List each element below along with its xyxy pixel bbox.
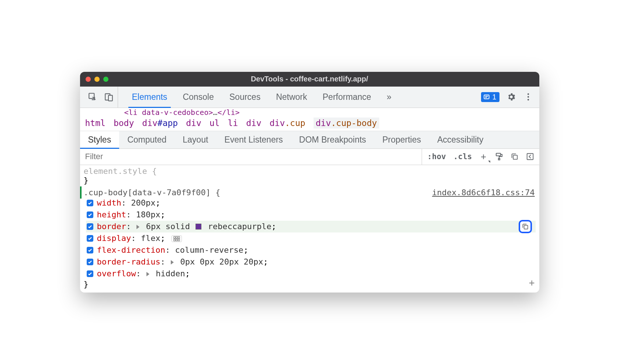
maximize-window-icon[interactable] <box>103 77 108 82</box>
crumb-div-app[interactable]: div#app <box>142 118 178 128</box>
device-toolbar-icon[interactable] <box>104 92 114 102</box>
crumb-ul[interactable]: ul <box>210 118 220 128</box>
tab-elements[interactable]: Elements <box>125 87 175 108</box>
toggle-hov[interactable]: :hov <box>426 152 447 161</box>
svg-rect-15 <box>174 239 175 241</box>
tab-sources[interactable]: Sources <box>222 87 268 108</box>
svg-rect-3 <box>484 95 490 99</box>
styles-filter-tools: :hov .cls + <box>422 149 539 165</box>
decl-border-radius[interactable]: border-radius: 0px 0px 20px 20px; <box>86 256 536 268</box>
toolbar-right: 1 <box>481 92 535 102</box>
titlebar: DevTools - coffee-cart.netlify.app/ <box>80 72 539 87</box>
svg-rect-10 <box>527 154 533 160</box>
tab-performance[interactable]: Performance <box>315 87 379 108</box>
subtab-dom-breakpoints[interactable]: DOM Breakpoints <box>291 131 374 148</box>
main-tabs: Elements Console Sources Network Perform… <box>118 87 481 108</box>
toolbar-left-icons <box>84 87 118 108</box>
dom-source-peek: <li data-v-cedobceo>…</li> <box>80 108 539 115</box>
styles-filter-input[interactable] <box>80 149 422 165</box>
selector-element-style: element.style { <box>84 167 536 176</box>
crumb-div-cup[interactable]: div.cup <box>270 118 305 128</box>
expand-triangle-icon[interactable] <box>171 260 174 265</box>
rule-element-style[interactable]: element.style { } <box>80 165 539 186</box>
decl-flex-direction[interactable]: flex-direction: column-reverse; <box>86 244 536 256</box>
svg-rect-2 <box>108 95 112 101</box>
copy-styles-icon[interactable] <box>509 151 520 162</box>
svg-rect-17 <box>178 239 180 241</box>
svg-rect-11 <box>524 225 528 229</box>
svg-point-5 <box>527 96 529 98</box>
settings-icon[interactable] <box>506 92 516 102</box>
copy-declaration-icon[interactable] <box>519 220 532 233</box>
crumb-html[interactable]: html <box>85 118 106 128</box>
rule-cup-body[interactable]: .cup-body[data-v-7a0f9f00] { index.8d6c6… <box>80 186 539 290</box>
subtab-computed[interactable]: Computed <box>119 131 174 148</box>
rule-close: } <box>84 280 536 289</box>
add-declaration-icon[interactable]: + <box>529 277 535 288</box>
tabs-overflow[interactable]: » <box>379 87 399 108</box>
breadcrumb: html body div#app div ul li div div.cup … <box>80 115 539 131</box>
crumb-div-cup-body[interactable]: div.cup-body <box>314 118 379 129</box>
crumb-div[interactable]: div <box>186 118 201 128</box>
subtab-styles[interactable]: Styles <box>80 131 120 148</box>
svg-rect-12 <box>174 237 175 238</box>
tab-network[interactable]: Network <box>269 87 314 108</box>
svg-rect-7 <box>496 153 501 156</box>
decl-width[interactable]: width: 200px; <box>86 197 536 209</box>
crumb-li[interactable]: li <box>228 118 238 128</box>
window-title: DevTools - coffee-cart.netlify.app/ <box>80 75 539 83</box>
toggle-rendering-icon[interactable] <box>525 151 536 162</box>
svg-rect-16 <box>176 239 177 241</box>
window-controls <box>80 77 108 82</box>
svg-point-6 <box>527 99 529 100</box>
crumb-div-2[interactable]: div <box>246 118 262 128</box>
flex-editor-icon[interactable] <box>172 235 182 242</box>
decl-height[interactable]: height: 180px; <box>86 209 536 221</box>
main-toolbar: Elements Console Sources Network Perform… <box>80 87 539 108</box>
styles-filterbar: :hov .cls + <box>80 149 539 165</box>
issues-count: 1 <box>492 93 496 101</box>
svg-rect-8 <box>498 158 500 160</box>
checkbox-icon[interactable] <box>87 223 93 230</box>
subtab-properties[interactable]: Properties <box>374 131 429 148</box>
crumb-body[interactable]: body <box>114 118 134 128</box>
decl-border[interactable]: border: 6px solid rebeccapurple; <box>86 221 536 232</box>
issues-badge[interactable]: 1 <box>481 92 499 102</box>
checkbox-icon[interactable] <box>87 211 93 218</box>
declarations: width: 200px; height: 180px; border: 6px… <box>84 197 536 280</box>
rule-close: } <box>84 176 536 185</box>
subtab-accessibility[interactable]: Accessibility <box>429 131 491 148</box>
checkbox-icon[interactable] <box>87 247 93 253</box>
elements-subtabs: Styles Computed Layout Event Listeners D… <box>80 131 539 149</box>
svg-rect-9 <box>513 155 517 159</box>
expand-triangle-icon[interactable] <box>146 272 149 276</box>
expand-triangle-icon[interactable] <box>136 225 139 229</box>
checkbox-icon[interactable] <box>87 270 93 277</box>
color-swatch-icon[interactable] <box>196 224 201 230</box>
checkbox-icon[interactable] <box>87 200 93 206</box>
styles-paint-icon[interactable] <box>494 151 505 162</box>
devtools-window: DevTools - coffee-cart.netlify.app/ Elem… <box>80 72 539 293</box>
subtab-event-listeners[interactable]: Event Listeners <box>216 131 291 148</box>
close-window-icon[interactable] <box>86 77 91 82</box>
checkbox-icon[interactable] <box>87 259 93 265</box>
svg-rect-14 <box>178 237 180 238</box>
new-style-rule-icon[interactable]: + <box>478 151 489 162</box>
source-link[interactable]: index.8d6c6f18.css:74 <box>432 188 535 197</box>
svg-point-4 <box>527 93 529 95</box>
more-icon[interactable] <box>523 92 533 102</box>
styles-pane: element.style { } .cup-body[data-v-7a0f9… <box>80 165 539 293</box>
minimize-window-icon[interactable] <box>94 77 100 82</box>
tab-console[interactable]: Console <box>175 87 221 108</box>
svg-rect-13 <box>176 237 177 238</box>
decl-display[interactable]: display: flex; <box>86 232 536 244</box>
decl-overflow[interactable]: overflow: hidden; <box>86 268 536 280</box>
checkbox-icon[interactable] <box>87 235 93 242</box>
inspect-element-icon[interactable] <box>87 92 98 102</box>
subtab-layout[interactable]: Layout <box>174 131 216 148</box>
toggle-cls[interactable]: .cls <box>452 152 474 161</box>
